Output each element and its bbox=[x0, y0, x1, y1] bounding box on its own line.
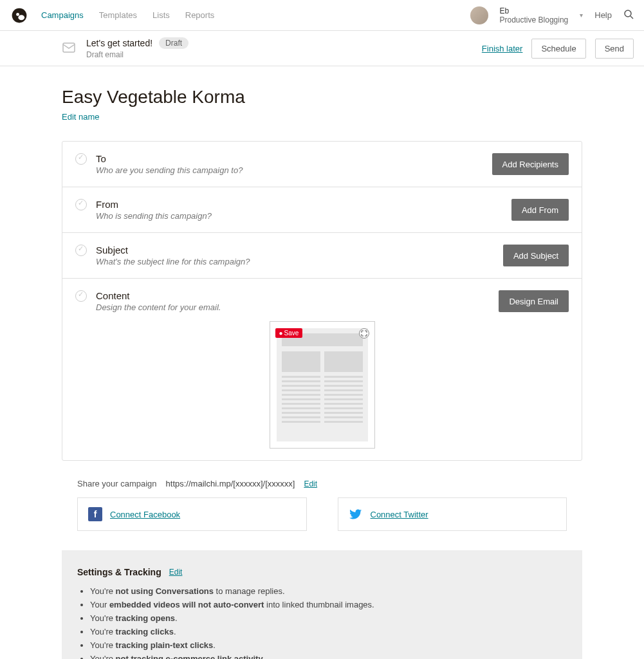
section-subject: Subject What's the subject line for this… bbox=[62, 233, 582, 279]
twitter-icon bbox=[349, 507, 363, 521]
section-from-desc: Who is sending this campaign? bbox=[96, 211, 511, 221]
user-info[interactable]: Eb Productive Blogging bbox=[500, 6, 569, 24]
settings-item: You're tracking clicks. bbox=[90, 627, 567, 636]
draft-icon bbox=[62, 41, 77, 56]
draft-subtitle: Draft email bbox=[86, 50, 482, 59]
settings-item: You're tracking plain-text clicks. bbox=[90, 640, 567, 650]
settings-item: You're not tracking e-commerce link acti… bbox=[90, 654, 567, 659]
share-edit-link[interactable]: Edit bbox=[304, 479, 317, 488]
check-icon bbox=[75, 245, 87, 256]
settings-title: Settings & Tracking bbox=[77, 567, 161, 577]
section-to-desc: Who are you sending this campaign to? bbox=[96, 165, 492, 175]
section-to-label: To bbox=[96, 153, 492, 164]
section-content: Content Design the content for your emai… bbox=[62, 279, 582, 460]
add-recipients-button[interactable]: Add Recipients bbox=[492, 153, 569, 175]
connect-facebook-card: f Connect Facebook bbox=[77, 497, 307, 531]
page-title: Easy Vegetable Korma bbox=[62, 87, 582, 107]
section-content-label: Content bbox=[96, 290, 499, 301]
chevron-down-icon[interactable]: ▾ bbox=[580, 12, 583, 19]
section-from-label: From bbox=[96, 199, 511, 210]
edit-name-link[interactable]: Edit name bbox=[62, 112, 100, 122]
expand-icon[interactable] bbox=[359, 328, 369, 339]
connect-twitter-link[interactable]: Connect Twitter bbox=[371, 510, 428, 519]
header-actions: Finish later Schedule Send bbox=[482, 39, 634, 59]
add-subject-button[interactable]: Add Subject bbox=[503, 245, 569, 266]
svg-line-4 bbox=[630, 16, 633, 19]
share-label: Share your campaign bbox=[77, 479, 157, 488]
svg-point-2 bbox=[18, 15, 24, 20]
nav-reports[interactable]: Reports bbox=[185, 10, 215, 20]
draft-title: Let's get started! bbox=[86, 38, 152, 48]
avatar[interactable] bbox=[470, 6, 488, 24]
user-name: Eb bbox=[500, 6, 569, 15]
draft-info: Let's get started! Draft Draft email bbox=[86, 37, 482, 59]
section-subject-desc: What's the subject line for this campaig… bbox=[96, 257, 503, 266]
check-icon bbox=[75, 290, 87, 302]
search-icon[interactable] bbox=[623, 9, 634, 21]
share-bar: Share your campaign https://mailchi.mp/[… bbox=[62, 479, 582, 488]
check-icon bbox=[75, 153, 87, 165]
facebook-icon: f bbox=[88, 507, 102, 521]
help-link[interactable]: Help bbox=[594, 10, 612, 20]
settings-edit-link[interactable]: Edit bbox=[169, 568, 183, 577]
mailchimp-logo[interactable] bbox=[10, 6, 28, 24]
schedule-button[interactable]: Schedule bbox=[531, 39, 585, 59]
section-from: From Who is sending this campaign? Add F… bbox=[62, 187, 582, 233]
content-preview: ● Save bbox=[75, 321, 569, 449]
svg-point-3 bbox=[625, 10, 631, 17]
template-thumbnail[interactable]: ● Save bbox=[270, 321, 375, 449]
user-area: Eb Productive Blogging ▾ Help bbox=[470, 6, 634, 24]
settings-panel: Settings & Tracking Edit You're not usin… bbox=[62, 550, 582, 659]
share-url: https://mailchi.mp/[xxxxxx]/[xxxxxx] bbox=[166, 479, 295, 488]
settings-item: You're not using Conversations to manage… bbox=[90, 586, 567, 596]
settings-item: You're tracking opens. bbox=[90, 613, 567, 623]
svg-rect-5 bbox=[63, 43, 75, 52]
settings-list: You're not using Conversations to manage… bbox=[77, 586, 567, 659]
pinterest-save-badge[interactable]: ● Save bbox=[275, 328, 303, 338]
section-to: To Who are you sending this campaign to?… bbox=[62, 142, 582, 187]
user-org: Productive Blogging bbox=[500, 15, 569, 24]
connect-facebook-link[interactable]: Connect Facebook bbox=[110, 510, 180, 519]
add-from-button[interactable]: Add From bbox=[511, 199, 569, 221]
nav-campaigns[interactable]: Campaigns bbox=[41, 10, 84, 20]
nav-lists[interactable]: Lists bbox=[152, 10, 170, 20]
svg-point-1 bbox=[16, 12, 19, 15]
connect-row: f Connect Facebook Connect Twitter bbox=[62, 497, 582, 531]
top-nav: Campaigns Templates Lists Reports Eb Pro… bbox=[0, 0, 644, 31]
check-icon bbox=[75, 199, 87, 210]
send-button[interactable]: Send bbox=[595, 39, 634, 59]
svg-point-0 bbox=[12, 8, 27, 23]
sub-header: Let's get started! Draft Draft email Fin… bbox=[0, 31, 644, 66]
draft-badge: Draft bbox=[159, 37, 189, 49]
section-content-desc: Design the content for your email. bbox=[96, 302, 499, 312]
main: Easy Vegetable Korma Edit name To Who ar… bbox=[0, 66, 644, 659]
nav-templates[interactable]: Templates bbox=[99, 10, 137, 20]
section-subject-label: Subject bbox=[96, 245, 503, 255]
settings-item: Your embedded videos will not auto-conve… bbox=[90, 600, 567, 609]
nav-items: Campaigns Templates Lists Reports bbox=[41, 10, 470, 20]
design-email-button[interactable]: Design Email bbox=[499, 290, 569, 312]
finish-later-link[interactable]: Finish later bbox=[482, 44, 523, 53]
connect-twitter-card: Connect Twitter bbox=[338, 497, 567, 531]
campaign-sections: To Who are you sending this campaign to?… bbox=[62, 141, 582, 461]
